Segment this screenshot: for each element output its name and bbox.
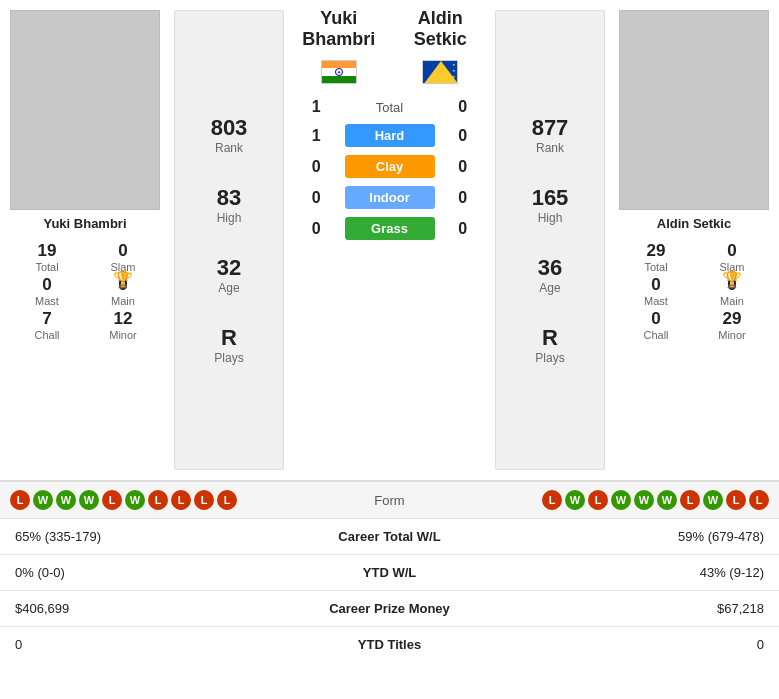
right-plays-box: R Plays xyxy=(496,310,604,380)
left-career-wl: 65% (335-179) xyxy=(0,519,290,555)
hard-score-row: 1 Hard 0 xyxy=(288,124,491,147)
left-total-cell: 19 Total xyxy=(10,241,84,273)
right-rank-box: 877 Rank xyxy=(496,100,604,170)
right-minor-cell: 29 Minor xyxy=(695,309,769,341)
left-flag: ✦ xyxy=(288,60,390,84)
left-prize: $406,699 xyxy=(0,591,290,627)
form-badge: L xyxy=(194,490,214,510)
right-form-badges: LWLWWWLWLL xyxy=(450,490,770,510)
indoor-score-row: 0 Indoor 0 xyxy=(288,186,491,209)
form-badge: W xyxy=(125,490,145,510)
left-player-photo xyxy=(10,10,160,210)
left-trophy-icon: 🏆 xyxy=(113,270,133,289)
form-badge: W xyxy=(657,490,677,510)
left-age-box: 32 Age xyxy=(175,240,283,310)
main-container: Yuki Bhambri 19 Total 0 Slam 0 Mast 0 🏆 xyxy=(0,0,779,662)
form-row: LWWWLWLLLL Form LWLWWWLWLL xyxy=(0,482,779,519)
left-player-name-below: Yuki Bhambri xyxy=(43,216,126,231)
form-badge: L xyxy=(10,490,30,510)
form-badge: L xyxy=(102,490,122,510)
prize-label: Career Prize Money xyxy=(290,591,490,627)
form-badge: L xyxy=(749,490,769,510)
left-stats-grid: 19 Total 0 Slam 0 Mast 0 🏆 Main 7 xyxy=(10,241,160,341)
left-mast-cell: 0 Mast xyxy=(10,275,84,307)
right-career-wl: 59% (679-478) xyxy=(490,519,780,555)
form-badge: W xyxy=(611,490,631,510)
left-photo-section: Yuki Bhambri 19 Total 0 Slam 0 Mast 0 🏆 xyxy=(0,0,170,480)
form-badge: W xyxy=(33,490,53,510)
form-badge: L xyxy=(148,490,168,510)
left-plays-box: R Plays xyxy=(175,310,283,380)
left-info-panel: 803 Rank 83 High 32 Age R Plays xyxy=(174,10,284,470)
ytd-titles-label: YTD Titles xyxy=(290,627,490,663)
left-slam-cell: 0 Slam xyxy=(86,241,160,273)
left-minor-cell: 12 Minor xyxy=(86,309,160,341)
right-slam-cell: 0 Slam xyxy=(695,241,769,273)
right-age-box: 36 Age xyxy=(496,240,604,310)
right-total-cell: 29 Total xyxy=(619,241,693,273)
right-photo-section: Aldin Setkic 29 Total 0 Slam 0 Mast 0 🏆 xyxy=(609,0,779,480)
form-badge: L xyxy=(680,490,700,510)
left-chall-cell: 7 Chall xyxy=(10,309,84,341)
career-wl-row: 65% (335-179) Career Total W/L 59% (679-… xyxy=(0,519,779,555)
career-wl-label: Career Total W/L xyxy=(290,519,490,555)
right-player-name-top: Aldin Setkic xyxy=(390,8,492,50)
left-high-box: 83 High xyxy=(175,170,283,240)
right-player-photo xyxy=(619,10,769,210)
left-player-name-top: Yuki Bhambri xyxy=(288,8,390,50)
form-badge: L xyxy=(171,490,191,510)
bottom-stats: LWWWLWLLLL Form LWLWWWLWLL 65% (335-179)… xyxy=(0,480,779,662)
ytd-wl-row: 0% (0-0) YTD W/L 43% (9-12) xyxy=(0,555,779,591)
form-badge: L xyxy=(588,490,608,510)
right-player-name-below: Aldin Setkic xyxy=(657,216,731,231)
form-badge: L xyxy=(217,490,237,510)
right-chall-cell: 0 Chall xyxy=(619,309,693,341)
left-trophy-cell: 0 🏆 Main xyxy=(86,275,160,307)
grass-score-row: 0 Grass 0 xyxy=(288,217,491,240)
form-label: Form xyxy=(330,493,450,508)
left-ytd-titles: 0 xyxy=(0,627,290,663)
ytd-label: YTD W/L xyxy=(290,555,490,591)
form-badge: L xyxy=(726,490,746,510)
prize-row: $406,699 Career Prize Money $67,218 xyxy=(0,591,779,627)
right-high-box: 165 High xyxy=(496,170,604,240)
right-stats-grid: 29 Total 0 Slam 0 Mast 0 🏆 Main 0 xyxy=(619,241,769,341)
left-rank-box: 803 Rank xyxy=(175,100,283,170)
left-ytd-wl: 0% (0-0) xyxy=(0,555,290,591)
form-badge: W xyxy=(565,490,585,510)
form-badge: L xyxy=(542,490,562,510)
form-badge: W xyxy=(79,490,99,510)
right-trophy-icon: 🏆 xyxy=(722,270,742,289)
right-trophy-cell: 0 🏆 Main xyxy=(695,275,769,307)
clay-score-row: 0 Clay 0 xyxy=(288,155,491,178)
ytd-titles-row: 0 YTD Titles 0 xyxy=(0,627,779,663)
stats-table: 65% (335-179) Career Total W/L 59% (679-… xyxy=(0,519,779,662)
right-mast-cell: 0 Mast xyxy=(619,275,693,307)
form-badge: W xyxy=(56,490,76,510)
total-score-row: 1 Total 0 xyxy=(288,98,491,116)
right-flag: ★★★★★★★★★ xyxy=(390,60,492,84)
center-section: Yuki Bhambri Aldin Setkic ✦ xyxy=(288,0,491,480)
right-ytd-titles: 0 xyxy=(490,627,780,663)
form-badge: W xyxy=(634,490,654,510)
right-ytd-wl: 43% (9-12) xyxy=(490,555,780,591)
form-badge: W xyxy=(703,490,723,510)
left-form-badges: LWWWLWLLLL xyxy=(10,490,330,510)
right-info-panel: 877 Rank 165 High 36 Age R Plays xyxy=(495,10,605,470)
right-prize: $67,218 xyxy=(490,591,780,627)
